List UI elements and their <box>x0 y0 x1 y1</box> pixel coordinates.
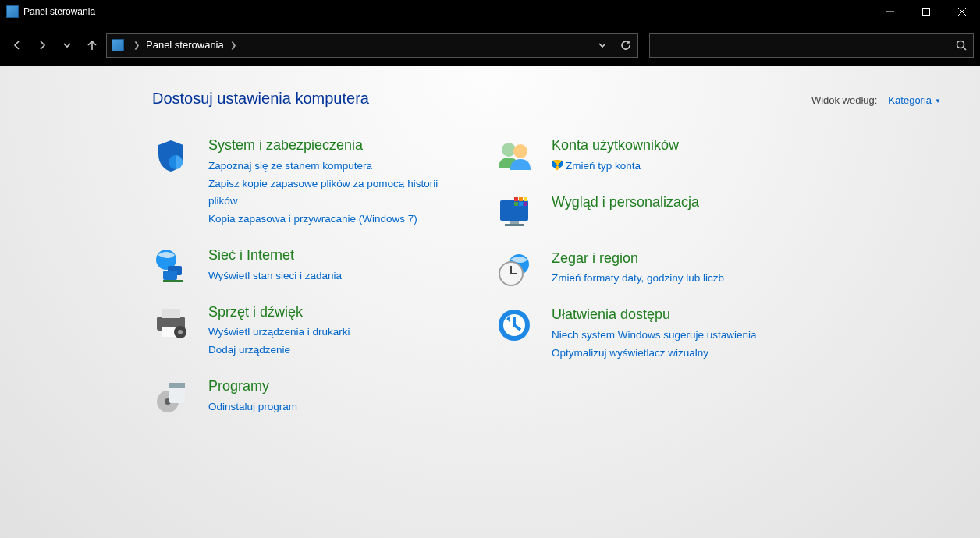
maximize-button[interactable] <box>908 0 944 23</box>
programs-icon <box>152 378 190 416</box>
category-link[interactable]: Zmień formaty daty, godziny lub liczb <box>552 270 808 288</box>
svg-rect-24 <box>510 221 519 224</box>
chevron-right-icon: ❯ <box>230 41 236 49</box>
category-title[interactable]: Zegar i region <box>552 250 808 267</box>
category-title[interactable]: Sprzęt i dźwięk <box>208 304 464 321</box>
up-button[interactable] <box>81 34 103 56</box>
forward-button[interactable] <box>31 34 53 56</box>
category-appearance: Wygląd i personalizacja <box>495 194 808 232</box>
svg-point-22 <box>513 144 527 158</box>
svg-rect-27 <box>519 197 523 201</box>
category-column-right: Konta użytkowników Zmień typ konta Wyglą… <box>495 137 808 435</box>
minimize-button[interactable] <box>872 0 908 23</box>
view-by-label: Widok według: <box>811 94 878 106</box>
clock-globe-icon <box>495 250 533 288</box>
search-icon <box>956 40 967 51</box>
svg-rect-13 <box>162 309 180 318</box>
svg-rect-11 <box>163 280 183 282</box>
category-link[interactable]: Zapoznaj się ze stanem komputera <box>208 158 464 175</box>
titlebar: Panel sterowania <box>0 0 980 23</box>
svg-rect-20 <box>169 383 185 388</box>
back-button[interactable] <box>6 34 28 56</box>
svg-rect-31 <box>524 202 527 206</box>
category-hardware-sound: Sprzęt i dźwięk Wyświetl urządzenia i dr… <box>152 304 464 359</box>
users-icon <box>495 137 533 175</box>
search-input[interactable] <box>649 33 974 58</box>
category-clock-region: Zegar i region Zmień formaty daty, godzi… <box>495 250 808 288</box>
category-link[interactable]: Wyświetl stan sieci i zadania <box>208 267 464 285</box>
category-link[interactable]: Zapisz kopie zapasowe plików za pomocą h… <box>208 175 464 211</box>
svg-rect-1 <box>923 9 930 16</box>
svg-rect-10 <box>163 271 177 280</box>
category-link[interactable]: Optymalizuj wyświetlacz wizualny <box>552 345 808 363</box>
refresh-button[interactable] <box>614 34 637 57</box>
svg-rect-28 <box>524 197 527 201</box>
chevron-down-icon: ▼ <box>935 97 941 104</box>
category-title[interactable]: Wygląd i personalizacja <box>552 194 808 211</box>
page-title: Dostosuj ustawienia komputera <box>152 90 811 108</box>
text-cursor <box>655 39 655 51</box>
category-user-accounts: Konta użytkowników Zmień typ konta <box>495 137 808 175</box>
content-header: Dostosuj ustawienia komputera Widok wedł… <box>152 90 949 108</box>
address-history-button[interactable] <box>591 34 614 57</box>
category-programs: Programy Odinstaluj program <box>152 378 464 416</box>
svg-point-16 <box>178 330 183 334</box>
category-link[interactable]: Wyświetl urządzenia i drukarki <box>208 324 464 342</box>
category-link[interactable]: Zmień typ konta <box>552 158 808 175</box>
svg-point-5 <box>957 41 964 48</box>
category-ease-of-access: Ułatwienia dostępu Niech system Windows … <box>495 306 808 362</box>
category-link[interactable]: Kopia zapasowa i przywracanie (Windows 7… <box>208 211 464 228</box>
shield-icon <box>152 137 190 175</box>
category-title[interactable]: Ułatwienia dostępu <box>552 306 808 324</box>
control-panel-icon <box>112 39 124 51</box>
category-link[interactable]: Dodaj urządzenie <box>208 342 464 359</box>
svg-rect-26 <box>514 197 518 201</box>
address-bar[interactable]: ❯ Panel sterowania ❯ <box>106 33 638 58</box>
control-panel-icon <box>6 5 19 18</box>
toolbar: ❯ Panel sterowania ❯ <box>0 23 980 66</box>
breadcrumb[interactable]: Panel sterowania <box>146 39 224 51</box>
view-by-value: Kategoria <box>888 94 932 106</box>
svg-line-6 <box>964 47 967 50</box>
close-button[interactable] <box>944 0 980 23</box>
category-link[interactable]: Odinstaluj program <box>208 398 464 416</box>
window-title: Panel sterowania <box>23 6 95 17</box>
category-title[interactable]: Programy <box>208 378 464 395</box>
printer-icon <box>152 304 190 342</box>
category-column-left: System i zabezpieczenia Zapoznaj się ze … <box>152 137 464 435</box>
chevron-right-icon: ❯ <box>133 41 140 49</box>
recent-locations-button[interactable] <box>56 34 78 56</box>
monitor-personalization-icon <box>495 194 533 232</box>
category-title[interactable]: Sieć i Internet <box>208 247 464 264</box>
view-by-dropdown[interactable]: Kategoria▼ <box>888 94 941 106</box>
globe-network-icon <box>152 247 190 285</box>
category-system-security: System i zabezpieczenia Zapoznaj się ze … <box>152 137 464 228</box>
svg-rect-29 <box>514 202 518 206</box>
category-network: Sieć i Internet Wyświetl stan sieci i za… <box>152 247 464 285</box>
category-link[interactable]: Niech system Windows sugeruje ustawienia <box>552 327 808 345</box>
ease-of-access-icon <box>495 306 533 344</box>
svg-rect-25 <box>505 224 524 226</box>
svg-rect-30 <box>519 202 523 206</box>
category-title[interactable]: Konta użytkowników <box>552 137 808 154</box>
content-area: Dostosuj ustawienia komputera Widok wedł… <box>0 66 980 538</box>
category-title[interactable]: System i zabezpieczenia <box>208 137 464 154</box>
